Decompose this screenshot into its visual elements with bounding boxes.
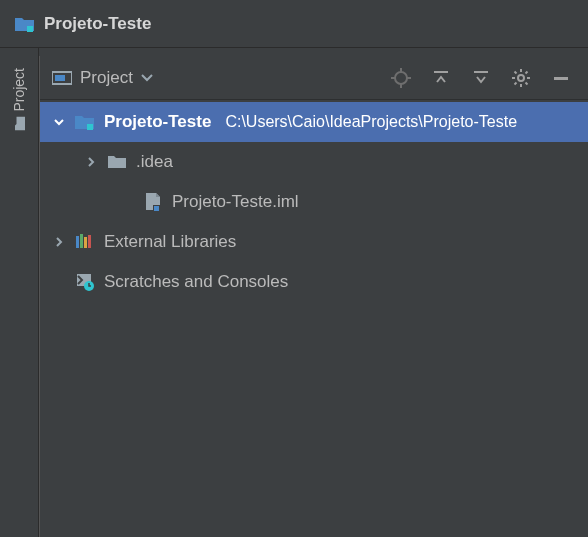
project-title: Projeto-Teste xyxy=(44,14,151,34)
svg-rect-22 xyxy=(154,206,159,211)
tree-node-label: External Libraries xyxy=(104,232,236,252)
svg-rect-25 xyxy=(84,237,87,248)
svg-point-3 xyxy=(395,72,407,84)
collapse-all-button[interactable] xyxy=(464,61,498,95)
project-folder-icon xyxy=(14,15,36,33)
svg-rect-24 xyxy=(80,234,83,248)
view-selector-label: Project xyxy=(80,68,133,88)
libraries-icon xyxy=(74,233,96,251)
panel-header: Project xyxy=(40,56,588,100)
tree-node-external-libraries[interactable]: External Libraries xyxy=(40,222,588,262)
tool-window-rail: Project xyxy=(0,48,39,537)
svg-rect-23 xyxy=(76,236,79,248)
svg-rect-26 xyxy=(88,235,91,248)
svg-line-16 xyxy=(526,82,528,84)
project-folder-icon xyxy=(74,113,96,131)
rail-tab-label: Project xyxy=(11,68,27,112)
tree-node-path: C:\Users\Caio\IdeaProjects\Projeto-Teste xyxy=(225,113,517,131)
svg-rect-19 xyxy=(554,77,568,80)
expand-all-button[interactable] xyxy=(424,61,458,95)
chevron-down-icon[interactable] xyxy=(52,119,66,126)
view-selector-icon xyxy=(52,70,72,86)
project-tree[interactable]: Projeto-Teste C:\Users\Caio\IdeaProjects… xyxy=(40,100,588,302)
tree-node-scratches[interactable]: Scratches and Consoles xyxy=(40,262,588,302)
tree-node-label: Scratches and Consoles xyxy=(104,272,288,292)
chevron-right-icon[interactable] xyxy=(84,157,98,167)
tree-node-label: Projeto-Teste xyxy=(104,112,211,132)
svg-line-15 xyxy=(515,71,517,73)
tree-node-label: Projeto-Teste.iml xyxy=(172,192,299,212)
rail-tab-project[interactable]: Project xyxy=(11,62,27,134)
project-panel: Project xyxy=(39,56,588,537)
svg-rect-0 xyxy=(27,26,33,32)
locate-button[interactable] xyxy=(384,61,418,95)
svg-line-17 xyxy=(515,82,517,84)
chevron-down-icon xyxy=(141,74,153,82)
tree-node-idea[interactable]: .idea xyxy=(40,142,588,182)
hide-button[interactable] xyxy=(544,61,578,95)
folder-icon xyxy=(106,154,128,170)
svg-rect-2 xyxy=(55,75,65,81)
svg-line-18 xyxy=(526,71,528,73)
view-selector[interactable]: Project xyxy=(52,68,153,88)
chevron-right-icon[interactable] xyxy=(52,237,66,247)
settings-button[interactable] xyxy=(504,61,538,95)
tree-node-label: .idea xyxy=(136,152,173,172)
module-file-icon xyxy=(142,192,164,212)
title-bar: Projeto-Teste xyxy=(0,0,588,48)
main-area: Project Project xyxy=(0,48,588,537)
tree-node-root[interactable]: Projeto-Teste C:\Users\Caio\IdeaProjects… xyxy=(40,102,588,142)
scratches-icon xyxy=(74,273,96,291)
svg-rect-20 xyxy=(87,124,93,130)
svg-point-10 xyxy=(518,75,524,81)
tree-node-iml[interactable]: Projeto-Teste.iml xyxy=(40,182,588,222)
